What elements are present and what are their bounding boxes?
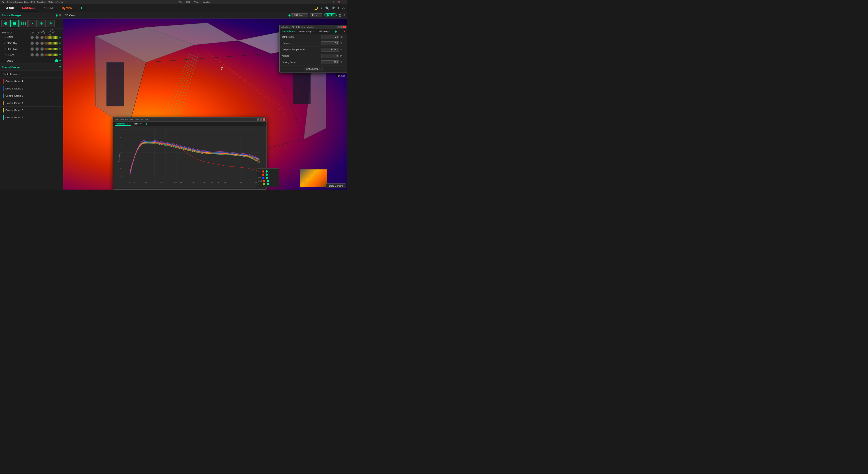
octave-select[interactable]: 1/3 Octave1/1 Octave (291, 13, 308, 17)
toolbar-dual-btn[interactable] (20, 20, 28, 27)
source-manager-add-btn[interactable]: ⊕ (55, 13, 58, 17)
zoom-out-icon[interactable]: 🔎 (331, 6, 335, 10)
settings-menu-view[interactable]: View (301, 26, 305, 28)
sun-icon[interactable]: ☀ (320, 6, 323, 10)
canvas-3d[interactable]: 7 110.9 dB 105.2 dB 99.5 dB 93.8 dB 88.1… (63, 19, 347, 190)
tab-microphones[interactable]: Microphones ✕ (115, 122, 131, 126)
settings-tab-add[interactable]: ⊕ (335, 30, 337, 33)
source-hide-delay[interactable] (31, 53, 34, 57)
source-hide-sidelow[interactable] (31, 48, 34, 51)
settings-close-btn[interactable]: ✕ (343, 26, 346, 28)
graph-menu-edit[interactable]: Edit (130, 118, 133, 121)
source-hide-main[interactable] (31, 36, 34, 39)
settings-dewpoint-input[interactable] (321, 48, 339, 52)
source-mutel-sidehigh[interactable] (35, 41, 39, 45)
tab-venue-settings[interactable]: Venue Settings ✕ (298, 30, 316, 33)
menu-view[interactable]: View (194, 1, 198, 3)
graph-menu-view[interactable]: View (135, 118, 139, 121)
cg-item-1[interactable]: Control Group 1 (0, 78, 63, 85)
settings-humidity-input[interactable] (321, 41, 339, 45)
source-color-sidelow[interactable] (44, 48, 58, 51)
menu-window[interactable]: Window (203, 1, 211, 3)
source-edit-delay[interactable]: ✏ (59, 53, 61, 57)
source-color-main[interactable] (44, 36, 58, 39)
tab-grid-close[interactable]: ✕ (330, 31, 332, 33)
cg-item-6[interactable]: Control Group 6 (0, 114, 63, 121)
graph-minimize-btn[interactable]: ─ (257, 118, 259, 121)
maximize-btn[interactable]: □ (333, 1, 334, 3)
settings-temperature-input[interactable] (321, 35, 339, 39)
graph-tab-add[interactable]: ⊕ (145, 122, 147, 126)
source-row-main[interactable]: LA MAIN ✏ (0, 34, 63, 40)
source-row-subs[interactable]: ▲ SUBS ✏ (0, 58, 63, 64)
view-export-icon[interactable]: ⊞ (343, 14, 345, 17)
source-muter-sidelow[interactable] (40, 48, 43, 51)
source-color-delay[interactable] (44, 54, 58, 56)
toolbar-list-btn[interactable] (10, 20, 19, 27)
settings-altitude-input[interactable] (321, 54, 339, 58)
source-edit-main[interactable]: ✏ (59, 36, 61, 39)
source-edit-subs[interactable]: ✏ (59, 59, 61, 62)
settings-scaling-input[interactable] (321, 60, 339, 64)
menu-file[interactable]: File (178, 1, 182, 3)
tab-probes-close[interactable]: ✕ (140, 123, 142, 125)
tab-venue-close[interactable]: ✕ (313, 31, 315, 33)
source-edit-sidelow[interactable]: ✏ (59, 48, 61, 51)
settings-menu-file[interactable]: File (291, 26, 295, 28)
screenshot-icon[interactable]: 📷 (338, 14, 342, 17)
source-mutel-delay[interactable] (35, 53, 39, 57)
graph-menu-window[interactable]: Window (141, 118, 148, 121)
tab-grid-settings[interactable]: Grid Settings ✕ (316, 30, 333, 33)
source-active-subs[interactable] (55, 59, 58, 62)
add-view-btn[interactable]: + (77, 5, 86, 11)
cg-item-2[interactable]: Control Group 2 (0, 85, 63, 92)
tab-atmosphere-close[interactable]: ✕ (294, 30, 296, 32)
nav-tab-sources[interactable]: SOURCES (19, 5, 38, 11)
source-edit-sidehigh[interactable]: ✏ (59, 41, 61, 45)
settings-minimize-btn[interactable]: ─ (338, 26, 340, 28)
cg-item-0[interactable]: Control Groups (0, 70, 63, 78)
source-muter-sidehigh[interactable] (40, 41, 43, 45)
tab-atmosphere[interactable]: Atmosphere ✕ (281, 30, 297, 33)
settings-menu-window[interactable]: Window (307, 26, 314, 28)
source-mutel-sidelow[interactable] (35, 48, 39, 51)
source-color-sidehigh[interactable] (44, 42, 58, 44)
graph-menu-file[interactable]: File (125, 118, 129, 121)
freq-select[interactable]: 4 kHz1 kHz2 kHz8 kHz (310, 13, 322, 17)
graph-close-btn[interactable]: ✕ (263, 118, 265, 121)
tab-microphones-close[interactable]: ✕ (128, 123, 130, 125)
nav-tab-venue[interactable]: VENUE (2, 5, 18, 11)
upload-icon[interactable]: ⬆ (337, 6, 340, 10)
nav-tab-rigging[interactable]: RIGGING (39, 5, 58, 11)
settings-maximize-btn[interactable]: □ (340, 26, 343, 28)
close-btn[interactable]: ✕ (338, 1, 340, 3)
toolbar-export-btn[interactable] (37, 20, 46, 27)
zoom-in-icon[interactable]: 🔍 (325, 6, 329, 10)
cg-item-4[interactable]: Control Group 4 (0, 99, 63, 107)
graph-maximize-btn[interactable]: □ (260, 118, 262, 121)
toolbar-import-btn[interactable] (29, 20, 37, 27)
toolbar-speaker-btn[interactable] (1, 20, 9, 27)
source-row-sidehigh[interactable]: LA SIDE High ✏ (0, 40, 63, 46)
control-groups-add-btn[interactable]: ⊕ (59, 65, 61, 69)
tab-probes[interactable]: Probes ✕ (132, 122, 143, 125)
settings-icon[interactable]: ⚙ (342, 6, 345, 10)
spl-toggle[interactable]: SPL (324, 13, 337, 17)
cg-item-5[interactable]: Control Group 5 (0, 107, 63, 114)
view-add-btn[interactable]: ⊕ (288, 13, 291, 17)
nav-tab-myview[interactable]: My View (59, 5, 75, 11)
store-camera-btn[interactable]: Store Camera (326, 184, 346, 188)
set-default-btn[interactable]: Set as default (304, 67, 322, 71)
source-manager-export-btn[interactable]: ⊞ (59, 14, 61, 17)
settings-menu-edit[interactable]: Edit (296, 26, 300, 28)
source-muter-delay[interactable] (40, 53, 43, 57)
source-row-delay[interactable]: LA DELAY ✏ (0, 52, 63, 58)
moon-icon[interactable]: 🌙 (314, 6, 318, 10)
source-hide-sidehigh[interactable] (31, 41, 34, 45)
source-row-sidelow[interactable]: LA SIDE Low ✏ (0, 46, 63, 52)
settings-panel-close[interactable]: ✕ (343, 30, 346, 33)
minimize-btn[interactable]: ─ (327, 1, 329, 3)
toolbar-import2-btn[interactable] (46, 20, 55, 27)
source-mutel-main[interactable] (35, 36, 39, 39)
cg-item-3[interactable]: Control Group 3 (0, 92, 63, 99)
